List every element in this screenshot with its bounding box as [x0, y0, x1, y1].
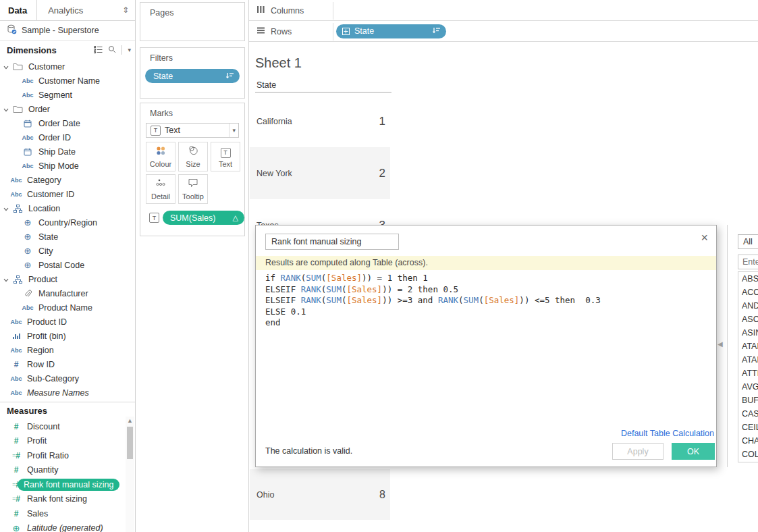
formula-line: ELSEIF RANK(SUM([Sales])) >=3 and RANK(S… [265, 295, 601, 307]
tab-analytics[interactable]: Analytics [36, 0, 116, 20]
field-profit-bin-[interactable]: Profit (bin) [0, 329, 135, 343]
field-latitude-generated-[interactable]: ⊕Latitude (generated) [0, 521, 135, 532]
rank-value: 8 [379, 489, 385, 501]
field-measure-names[interactable]: AbcMeasure Names [0, 385, 135, 400]
close-icon[interactable]: × [701, 231, 708, 245]
filter-pill-state[interactable]: State [145, 69, 240, 83]
sum-sales-label: SUM(Sales) [170, 213, 215, 223]
detail-button[interactable]: Detail [146, 174, 175, 204]
hierarchy-icon [10, 205, 25, 213]
colour-icon [155, 146, 166, 158]
function-item-asin[interactable]: ASIN [738, 326, 758, 340]
search-fields-icon[interactable] [108, 45, 116, 55]
pane-menu-icon[interactable]: ▾ [128, 47, 131, 53]
field-customer[interactable]: Customer [0, 59, 135, 74]
function-item-collect[interactable]: COLLECT [738, 448, 758, 461]
function-item-ceiling[interactable]: CEILING [738, 421, 758, 434]
table-row-new-york[interactable]: New York2 [250, 147, 390, 199]
chevron-down-icon[interactable] [2, 275, 10, 284]
state-column-header[interactable]: State [256, 80, 276, 90]
chevron-down-icon: ▾ [232, 127, 236, 134]
field-product[interactable]: Product [0, 272, 135, 286]
field-profit[interactable]: #Profit [0, 434, 135, 449]
colour-button[interactable]: Colour [146, 142, 175, 171]
field-quantity[interactable]: #Quantity [0, 463, 135, 478]
function-item-case[interactable]: CASE [738, 407, 758, 421]
field-label: Measure Names [27, 388, 89, 398]
field-row-id[interactable]: #Row ID [0, 357, 135, 371]
swap-panes-icon[interactable]: ⇕ [116, 0, 135, 20]
ok-button[interactable]: OK [672, 443, 715, 460]
globe-icon: ⊕ [20, 261, 35, 269]
field-product-name[interactable]: AbcProduct Name [0, 300, 135, 315]
function-item-and[interactable]: AND [738, 299, 758, 313]
field-label: Product Name [38, 303, 92, 313]
field-postal-code[interactable]: ⊕Postal Code [0, 258, 135, 272]
apply-button[interactable]: Apply [612, 443, 664, 460]
chevron-down-icon[interactable] [2, 105, 10, 114]
default-table-calculation-link[interactable]: Default Table Calculation [621, 429, 714, 438]
field-country-region[interactable]: ⊕Country/Region [0, 215, 135, 230]
field-order-date[interactable]: Order Date [0, 116, 135, 130]
tab-data[interactable]: Data [0, 0, 36, 20]
text-shelf-icon: T [149, 213, 159, 223]
field-region[interactable]: AbcRegion [0, 343, 135, 357]
field-rank-font-sizing[interactable]: =#Rank font sizing [0, 492, 135, 507]
function-search-input[interactable] [738, 255, 758, 269]
bin-icon [9, 332, 24, 340]
calculation-name-input[interactable] [265, 234, 399, 250]
text-button[interactable]: TText [211, 142, 240, 171]
field-order-id[interactable]: AbcOrder ID [0, 130, 135, 144]
field-category[interactable]: AbcCategory [0, 173, 135, 187]
field-order[interactable]: Order [0, 102, 135, 116]
field-rank-font-manual-sizing[interactable]: =#Rank font manual sizing [0, 477, 135, 492]
field-profit-ratio[interactable]: =#Profit Ratio [0, 448, 135, 463]
table-row-california[interactable]: California1 [250, 95, 390, 147]
rank-value: 2 [379, 167, 385, 180]
table-row-ohio[interactable]: Ohio8 [250, 469, 390, 520]
tooltip-button[interactable]: Tooltip [178, 174, 208, 204]
collapse-functions-pane-icon[interactable]: ◀ [718, 340, 723, 348]
rows-shelf[interactable]: Rows State [249, 21, 758, 42]
chevron-down-icon[interactable] [2, 62, 10, 72]
size-button[interactable]: Size [178, 142, 208, 171]
field-ship-date[interactable]: Ship Date [0, 144, 135, 159]
function-item-atan2[interactable]: ATAN2 [738, 353, 758, 367]
function-item-atan[interactable]: ATAN [738, 340, 758, 353]
rows-pill-state[interactable]: State [336, 24, 446, 38]
view-list-icon[interactable] [94, 45, 103, 55]
function-item-buffer[interactable]: BUFFER [738, 394, 758, 407]
field-customer-name[interactable]: AbcCustomer Name [0, 74, 135, 88]
field-segment[interactable]: AbcSegment [0, 88, 135, 102]
field-manufacturer[interactable]: Manufacturer [0, 286, 135, 300]
function-item-attr[interactable]: ATTR [738, 367, 758, 380]
function-item-char[interactable]: CHAR [738, 434, 758, 448]
field-customer-id[interactable]: AbcCustomer ID [0, 187, 135, 201]
field-product-id[interactable]: AbcProduct ID [0, 315, 135, 329]
field-location[interactable]: Location [0, 201, 135, 215]
field-city[interactable]: ⊕City [0, 244, 135, 258]
field-sub-category[interactable]: AbcSub-Category [0, 371, 135, 385]
field-sales[interactable]: #Sales [0, 506, 135, 521]
mark-type-dropdown[interactable]: T Text ▾ [146, 123, 239, 138]
columns-shelf[interactable]: Columns [249, 0, 758, 21]
datasource-row[interactable]: Sample - Superstore [0, 21, 135, 41]
function-item-acos[interactable]: ACOS [738, 286, 758, 299]
function-item-avg[interactable]: AVG [738, 380, 758, 394]
sum-sales-pill[interactable]: SUM(Sales) △ [163, 211, 244, 225]
function-item-abs[interactable]: ABS [738, 272, 758, 286]
field-state[interactable]: ⊕State [0, 230, 135, 244]
dimensions-title: Dimensions [0, 45, 94, 55]
measures-scrollbar[interactable]: ▲ [126, 417, 134, 532]
eqhash-icon: =# [9, 494, 24, 504]
scrollbar-thumb[interactable] [127, 427, 133, 459]
mark-button-label: Size [186, 160, 200, 168]
field-ship-mode[interactable]: AbcShip Mode [0, 159, 135, 173]
function-item-ascii[interactable]: ASCII [738, 313, 758, 326]
expand-plus-icon[interactable] [342, 28, 350, 35]
chevron-down-icon[interactable] [2, 204, 10, 213]
field-discount[interactable]: #Discount [0, 419, 135, 434]
function-category-select[interactable]: All [738, 234, 758, 249]
formula-editor[interactable]: if RANK(SUM([Sales])) = 1 then 1ELSEIF R… [265, 273, 601, 329]
scroll-up-icon[interactable]: ▲ [126, 417, 134, 425]
